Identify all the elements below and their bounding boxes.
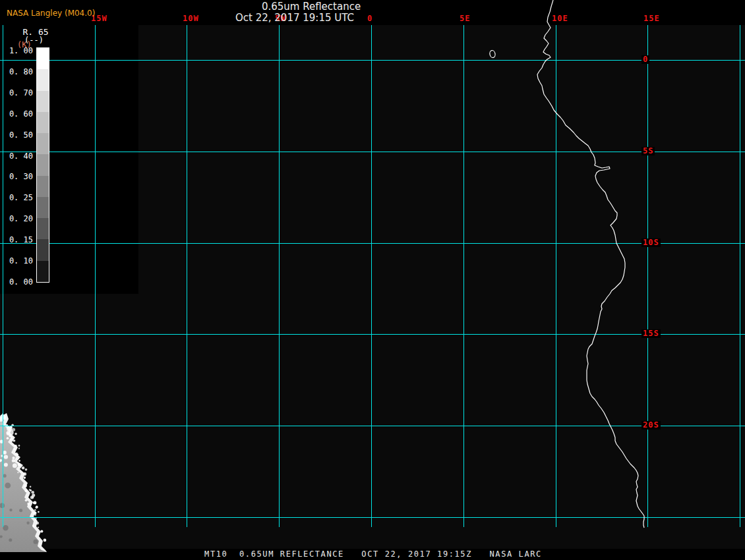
timestamp-label: Oct 22, 2017 19:15 UTC <box>235 13 354 24</box>
latitude-label: 15S <box>641 329 661 338</box>
latitude-label: 5S <box>641 147 655 155</box>
colorbar-tick: 0. 20 <box>4 215 33 223</box>
longitude-label: 15E <box>643 14 660 23</box>
colorbar-tick: 0. 30 <box>4 173 33 181</box>
colorbar-tick: 0. 10 <box>4 257 33 266</box>
page-title: 0.65um Reflectance <box>262 1 361 13</box>
longitude-label: 10W <box>183 14 199 23</box>
status-bar-text: MT10 0.65UM REFLECTANCE OCT 22, 2017 19:… <box>204 549 542 559</box>
colorbar-tick: 0. 15 <box>4 236 33 244</box>
longitude-label: 0 <box>367 14 372 23</box>
latitude-label: 0 <box>641 55 649 64</box>
colorbar-tick: 0. 25 <box>4 194 33 202</box>
colorbar-tick: 0. 40 <box>4 152 33 161</box>
colorbar-tick: 0. 80 <box>4 68 33 76</box>
longitude-label: 5E <box>460 14 470 23</box>
colorbar-tick: 0. 70 <box>4 89 33 98</box>
longitude-label: 10E <box>552 14 568 23</box>
latitude-label: 10S <box>641 238 661 247</box>
colorbar-tick: 0. 60 <box>4 110 33 119</box>
colorbar-tick: 0. 50 <box>4 131 33 140</box>
credit-label: NASA Langley (M04.0) <box>7 9 95 18</box>
geo-label-layer: R. 65 (K) (--) 1. 000. 800. 700. 600. 50… <box>0 0 745 560</box>
colorbar-tick: 0. 00 <box>4 278 33 287</box>
colorbar-tick: 1. 00 <box>4 47 33 55</box>
satellite-viewer: R. 65 (K) (--) 1. 000. 800. 700. 600. 50… <box>0 0 745 560</box>
colorbar-units: (--) <box>24 36 44 45</box>
latitude-label: 20S <box>641 421 661 430</box>
